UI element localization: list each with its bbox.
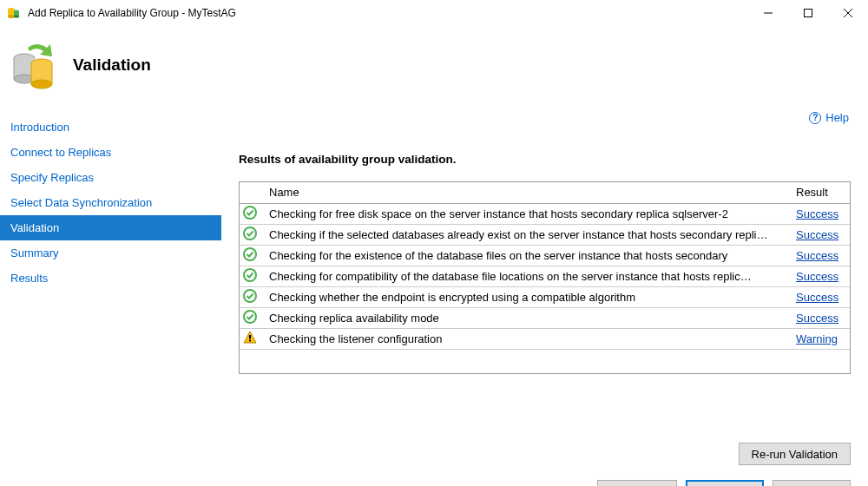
- validation-grid: Name Result Checking for free disk space…: [239, 181, 851, 374]
- success-icon: [242, 205, 258, 220]
- page-header: Validation: [0, 26, 868, 104]
- svg-rect-7: [805, 10, 812, 17]
- result-link[interactable]: Warning: [796, 332, 838, 345]
- validation-check-name: Checking the listener configuration: [262, 328, 789, 349]
- column-header-icon: [240, 182, 262, 203]
- sidebar-item-validation[interactable]: Validation: [0, 215, 221, 240]
- validation-check-name: Checking whether the endpoint is encrypt…: [262, 286, 789, 307]
- success-icon: [242, 246, 258, 262]
- validation-check-name: Checking for free disk space on the serv…: [262, 203, 789, 224]
- validation-check-name: Checking if the selected databases alrea…: [262, 224, 789, 245]
- sidebar-item-summary[interactable]: Summary: [0, 240, 221, 266]
- success-icon: [242, 288, 258, 304]
- column-header-result: Result: [789, 182, 850, 203]
- previous-button[interactable]: < Previous: [597, 480, 677, 486]
- column-header-name: Name: [262, 182, 789, 203]
- maximize-button[interactable]: [788, 0, 828, 26]
- validation-check-name: Checking for compatibility of the databa…: [262, 266, 789, 286]
- result-link[interactable]: Success: [796, 312, 838, 325]
- titlebar: Add Replica to Availability Group - MyTe…: [0, 0, 868, 26]
- minimize-button[interactable]: [748, 0, 788, 26]
- results-heading: Results of availability group validation…: [239, 153, 851, 166]
- wizard-body: Introduction Connect to Replicas Specify…: [0, 104, 868, 434]
- window-title: Add Replica to Availability Group - MyTe…: [28, 7, 236, 19]
- rerun-validation-button[interactable]: Re-run Validation: [739, 443, 851, 465]
- validation-check-name: Checking for the existence of the databa…: [262, 245, 789, 266]
- cancel-button[interactable]: Cancel: [773, 480, 851, 486]
- help-label: Help: [825, 111, 849, 124]
- sidebar-item-select-data-sync[interactable]: Select Data Synchronization: [0, 190, 221, 215]
- footer-upper: Re-run Validation: [0, 434, 868, 465]
- svg-point-17: [31, 80, 52, 89]
- help-icon: ?: [809, 112, 821, 124]
- sidebar-item-label: Validation: [10, 221, 59, 234]
- success-icon: [242, 226, 258, 241]
- table-row: Checking for free disk space on the serv…: [240, 203, 850, 224]
- svg-point-2: [8, 15, 15, 18]
- table-row: Checking for compatibility of the databa…: [240, 266, 850, 286]
- svg-rect-32: [249, 335, 251, 339]
- close-button[interactable]: [828, 0, 868, 26]
- warning-icon: [242, 330, 258, 345]
- validation-check-name: Checking replica availability mode: [262, 307, 789, 328]
- next-button[interactable]: Next >: [686, 480, 764, 486]
- table-row: Checking for the existence of the databa…: [240, 245, 850, 266]
- result-link[interactable]: Success: [796, 270, 838, 283]
- sidebar-item-label: Introduction: [10, 121, 69, 134]
- sidebar-item-introduction[interactable]: Introduction: [0, 115, 221, 140]
- table-row: Checking whether the endpoint is encrypt…: [240, 286, 850, 307]
- sidebar-item-label: Select Data Synchronization: [10, 196, 152, 209]
- sidebar-item-label: Connect to Replicas: [10, 146, 111, 159]
- table-row: Checking if the selected databases alrea…: [240, 224, 850, 245]
- table-row: Checking the listener configuration Warn…: [240, 328, 850, 349]
- result-link[interactable]: Success: [796, 207, 838, 220]
- table-row: Checking replica availability mode Succe…: [240, 307, 850, 328]
- svg-rect-33: [249, 339, 251, 341]
- success-icon: [242, 267, 258, 283]
- page-title: Validation: [73, 56, 151, 75]
- footer: < Previous Next > Cancel: [0, 465, 868, 486]
- svg-point-5: [14, 16, 19, 18]
- result-link[interactable]: Success: [796, 249, 838, 262]
- sidebar-item-label: Summary: [10, 246, 59, 259]
- sidebar-item-label: Specify Replicas: [10, 171, 94, 184]
- help-link[interactable]: ? Help: [809, 111, 849, 124]
- result-link[interactable]: Success: [796, 228, 838, 241]
- sidebar: Introduction Connect to Replicas Specify…: [0, 104, 221, 434]
- success-icon: [242, 309, 258, 325]
- sidebar-item-results[interactable]: Results: [0, 266, 221, 291]
- header-db-icon: [9, 39, 61, 91]
- result-link[interactable]: Success: [796, 291, 838, 304]
- sidebar-item-specify-replicas[interactable]: Specify Replicas: [0, 165, 221, 190]
- content-area: ? Help Results of availability group val…: [221, 104, 868, 434]
- sidebar-item-connect-replicas[interactable]: Connect to Replicas: [0, 140, 221, 165]
- sidebar-item-label: Results: [10, 272, 48, 285]
- app-icon: [7, 6, 21, 20]
